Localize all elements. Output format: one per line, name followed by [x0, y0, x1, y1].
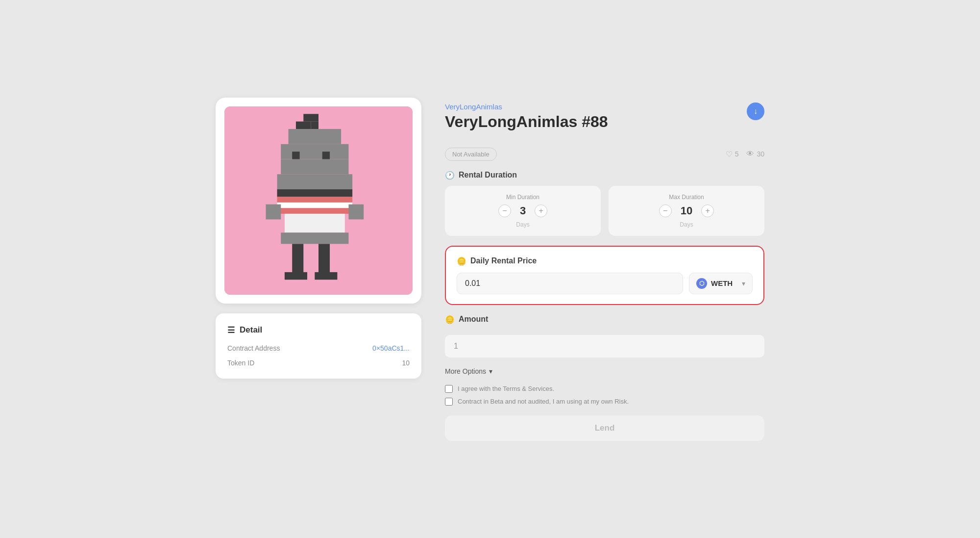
svg-rect-11 [277, 197, 353, 203]
more-options-label: More Options [445, 367, 486, 375]
svg-rect-19 [318, 244, 330, 274]
amount-coins-icon: 🪙 [445, 315, 455, 324]
max-duration-card: Max Duration − 10 + Days [609, 186, 764, 236]
currency-dropdown[interactable]: ⬡ WETH ▾ [689, 273, 753, 294]
clock-icon: 🕐 [445, 171, 455, 180]
svg-rect-4 [289, 129, 342, 144]
beta-checkbox[interactable] [445, 398, 453, 406]
min-duration-label: Min Duration [506, 194, 539, 201]
table-row: Contract Address 0×50aCs1... [227, 344, 410, 352]
terms-checkbox[interactable] [445, 385, 453, 393]
table-row: Token ID 10 [227, 359, 410, 367]
rental-duration-section: 🕐 Rental Duration Min Duration − 3 + Day… [445, 171, 764, 236]
min-duration-minus-button[interactable]: − [498, 205, 511, 217]
svg-rect-20 [285, 272, 307, 279]
eth-icon: ⬡ [696, 278, 707, 289]
right-column: VeryLongAnimlas VeryLongAnimlas #88 ↓ No… [445, 98, 764, 441]
svg-rect-14 [285, 213, 345, 232]
more-options-chevron-icon: ▾ [489, 367, 492, 375]
daily-price-header: 🪙 Daily Rental Price [457, 256, 753, 266]
terms-checkbox-item[interactable]: I agree with the Terms & Services. [445, 385, 764, 393]
token-id-value: 10 [402, 359, 410, 367]
nft-pixel-art [224, 106, 413, 295]
detail-card: ☰ Detail Contract Address 0×50aCs1... To… [216, 313, 421, 379]
svg-rect-2 [303, 114, 318, 121]
amount-label: Amount [459, 315, 488, 324]
min-duration-unit: Days [516, 221, 529, 228]
max-duration-label: Max Duration [669, 194, 704, 201]
price-inputs: ⬡ WETH ▾ [457, 273, 753, 294]
eye-icon: 👁 [746, 150, 754, 158]
price-input[interactable] [457, 273, 683, 294]
svg-rect-18 [292, 244, 303, 274]
rental-duration-label: Rental Duration [459, 171, 517, 179]
list-icon: ☰ [227, 325, 235, 335]
terms-label: I agree with the Terms & Services. [458, 385, 554, 392]
daily-price-label: Daily Rental Price [470, 256, 537, 265]
status-badge: Not Available [445, 148, 497, 161]
amount-header: 🪙 Amount [445, 315, 764, 324]
min-duration-plus-button[interactable]: + [535, 205, 547, 217]
beta-checkbox-item[interactable]: Contract in Beta and not audited, I am u… [445, 398, 764, 406]
likes-stat: ♡ 5 [726, 150, 739, 159]
max-duration-unit: Days [680, 221, 693, 228]
svg-rect-17 [348, 204, 364, 219]
daily-rental-price-section: 🪙 Daily Rental Price ⬡ WETH ▾ [445, 246, 764, 305]
svg-rect-3 [311, 121, 318, 128]
amount-input[interactable] [445, 335, 764, 358]
min-duration-controls: − 3 + [498, 205, 547, 217]
max-duration-controls: − 10 + [659, 205, 714, 217]
contract-address-label: Contract Address [227, 344, 280, 352]
svg-rect-13 [277, 208, 353, 214]
checkbox-group: I agree with the Terms & Services. Contr… [445, 385, 764, 406]
svg-rect-8 [322, 152, 330, 159]
chevron-down-icon: ▾ [742, 280, 745, 287]
svg-rect-1 [296, 121, 311, 128]
svg-rect-12 [277, 202, 353, 208]
collection-name: VeryLongAnimlas [445, 102, 608, 111]
views-stat: 👁 30 [746, 150, 764, 158]
detail-title: ☰ Detail [227, 325, 410, 335]
stats-row: ♡ 5 👁 30 [726, 150, 764, 159]
amount-section: 🪙 Amount [445, 315, 764, 358]
coins-icon: 🪙 [457, 256, 466, 266]
lend-button[interactable]: Lend [445, 415, 764, 441]
left-column: ☰ Detail Contract Address 0×50aCs1... To… [216, 98, 421, 379]
max-duration-minus-button[interactable]: − [659, 205, 672, 217]
heart-icon: ♡ [726, 150, 733, 159]
svg-rect-5 [281, 144, 348, 159]
currency-left: ⬡ WETH [696, 278, 733, 289]
contract-address-value: 0×50aCs1... [372, 344, 410, 352]
likes-count: 5 [735, 150, 739, 158]
views-count: 30 [757, 150, 764, 158]
svg-rect-15 [281, 232, 348, 244]
currency-name: WETH [711, 279, 733, 287]
max-duration-plus-button[interactable]: + [701, 205, 714, 217]
rental-duration-header: 🕐 Rental Duration [445, 171, 764, 180]
nft-image [224, 106, 413, 295]
download-button[interactable]: ↓ [747, 102, 764, 120]
detail-rows: Contract Address 0×50aCs1... Token ID 10 [227, 344, 410, 367]
svg-rect-6 [281, 159, 348, 174]
min-duration-value: 3 [520, 205, 526, 217]
svg-rect-16 [266, 204, 281, 219]
max-duration-value: 10 [681, 205, 692, 217]
token-id-label: Token ID [227, 359, 254, 367]
nft-card [216, 98, 421, 304]
svg-rect-21 [315, 272, 337, 279]
svg-rect-7 [292, 152, 299, 159]
min-duration-card: Min Duration − 3 + Days [445, 186, 601, 236]
nft-title-block: VeryLongAnimlas VeryLongAnimlas #88 [445, 102, 608, 138]
svg-rect-10 [277, 189, 353, 196]
status-row: Not Available ♡ 5 👁 30 [445, 148, 764, 161]
more-options-toggle[interactable]: More Options ▾ [445, 367, 764, 375]
nft-title: VeryLongAnimlas #88 [445, 113, 608, 131]
svg-rect-9 [277, 174, 353, 189]
duration-row: Min Duration − 3 + Days Max Duration − 1… [445, 186, 764, 236]
nft-header: VeryLongAnimlas VeryLongAnimlas #88 ↓ [445, 102, 764, 138]
beta-label: Contract in Beta and not audited, I am u… [458, 398, 629, 405]
